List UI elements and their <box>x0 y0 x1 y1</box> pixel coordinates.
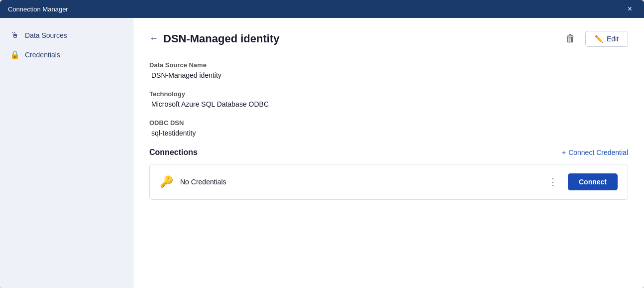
credential-name: No Credentials <box>180 178 226 186</box>
page-header: ← DSN-Managed identity 🗑 ✏️ Edit <box>149 30 628 47</box>
plus-icon: + <box>562 148 566 156</box>
delete-button[interactable]: 🗑 <box>561 30 579 47</box>
back-arrow[interactable]: ← <box>149 33 158 44</box>
credential-card-left: 🔑 No Credentials <box>160 175 226 188</box>
connections-header: Connections + Connect Credential <box>149 148 628 157</box>
field-label-technology: Technology <box>149 90 628 98</box>
page-header-actions: 🗑 ✏️ Edit <box>561 30 628 47</box>
page-header-left: ← DSN-Managed identity <box>149 32 279 45</box>
connect-button[interactable]: Connect <box>568 173 618 190</box>
field-label-data-source-name: Data Source Name <box>149 61 628 69</box>
database-icon: 🖱 <box>10 31 20 40</box>
close-button[interactable]: × <box>624 3 636 15</box>
field-label-odbc-dsn: ODBC DSN <box>149 119 628 127</box>
more-options-button[interactable]: ⋮ <box>544 174 562 189</box>
main-content: ← DSN-Managed identity 🗑 ✏️ Edit Data So… <box>133 18 644 288</box>
field-odbc-dsn: ODBC DSN sql-testidentity <box>149 119 628 137</box>
field-value-technology: Microsoft Azure SQL Database ODBC <box>149 100 628 108</box>
sidebar-item-data-sources[interactable]: 🖱 Data Sources <box>0 26 133 45</box>
field-data-source-name: Data Source Name DSN-Managed identity <box>149 61 628 79</box>
field-value-odbc-dsn: sql-testidentity <box>149 129 628 137</box>
title-bar: Connection Manager × <box>0 0 644 18</box>
edit-button[interactable]: ✏️ Edit <box>585 31 628 47</box>
pencil-icon: ✏️ <box>595 35 603 43</box>
modal-body: 🖱 Data Sources 🔒 Credentials ← DSN-Manag… <box>0 18 644 288</box>
edit-label: Edit <box>607 35 619 43</box>
sidebar-item-credentials[interactable]: 🔒 Credentials <box>0 45 133 64</box>
lock-icon: 🔒 <box>10 50 20 59</box>
page-title: DSN-Managed identity <box>163 32 279 45</box>
credential-card-right: ⋮ Connect <box>544 173 618 190</box>
field-value-data-source-name: DSN-Managed identity <box>149 71 628 79</box>
trash-icon: 🗑 <box>565 33 575 44</box>
connections-title: Connections <box>149 148 198 157</box>
modal-title: Connection Manager <box>8 5 68 13</box>
sidebar: 🖱 Data Sources 🔒 Credentials <box>0 18 133 288</box>
key-icon: 🔑 <box>160 175 173 188</box>
credential-card: 🔑 No Credentials ⋮ Connect <box>149 164 628 200</box>
field-technology: Technology Microsoft Azure SQL Database … <box>149 90 628 108</box>
sidebar-item-label-data-sources: Data Sources <box>25 31 67 39</box>
connect-credential-label: Connect Credential <box>568 148 628 156</box>
sidebar-item-label-credentials: Credentials <box>25 51 60 59</box>
connect-credential-link[interactable]: + Connect Credential <box>562 148 628 156</box>
connection-manager-modal: Connection Manager × 🖱 Data Sources 🔒 Cr… <box>0 0 644 288</box>
